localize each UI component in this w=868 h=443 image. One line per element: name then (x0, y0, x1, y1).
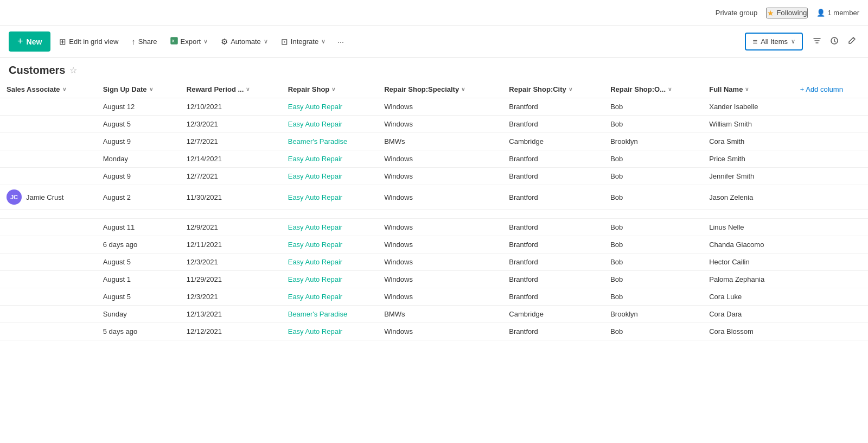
add-column-button[interactable]: + Add column (794, 81, 868, 98)
automate-label: Automate (231, 37, 261, 46)
cell-repair-shop[interactable]: Easy Auto Repair (282, 116, 378, 133)
cell-sign-up-date: Sunday (97, 306, 180, 323)
cell-repair-shop[interactable]: Easy Auto Repair (282, 254, 378, 271)
cell-repair-shop-o: Bob (604, 116, 703, 133)
table-row[interactable]: 5 days ago12/12/2021Easy Auto RepairWind… (0, 323, 868, 340)
table-row[interactable]: August 912/7/2021Beamer's ParadiseBMWsCa… (0, 133, 868, 150)
cell-reward-period (180, 210, 282, 219)
cell-reward-period: 11/29/2021 (180, 271, 282, 288)
cell-full-name: Cora Blossom (703, 323, 793, 340)
cell-repair-shop[interactable]: Easy Auto Repair (282, 219, 378, 236)
col-header-repair-shop-city[interactable]: Repair Shop:City ∨ (502, 81, 604, 98)
table-row[interactable]: August 512/3/2021Easy Auto RepairWindows… (0, 254, 868, 271)
cell-repair-shop[interactable]: Easy Auto Repair (282, 150, 378, 168)
cell-sign-up-date: August 5 (97, 254, 180, 271)
table-row[interactable]: August 111/29/2021Easy Auto RepairWindow… (0, 271, 868, 288)
export-label: Export (181, 37, 201, 46)
cell-sign-up-date: 6 days ago (97, 236, 180, 254)
clock-icon-button[interactable] (827, 33, 842, 50)
sign-up-date-sort-icon: ∨ (149, 86, 153, 92)
table-row[interactable]: August 1212/10/2021Easy Auto RepairWindo… (0, 98, 868, 116)
svg-text:X: X (172, 39, 175, 43)
cell-repair-shop[interactable]: Easy Auto Repair (282, 236, 378, 254)
cell-repair-shop-specialty: Windows (378, 236, 502, 254)
cell-sales-associate (0, 98, 97, 116)
table-row[interactable]: JCJamie CrustAugust 211/30/2021Easy Auto… (0, 185, 868, 210)
cell-repair-shop[interactable] (282, 210, 378, 219)
table-row[interactable]: August 512/3/2021Easy Auto RepairWindows… (0, 288, 868, 306)
cell-full-name: Jennifer Smith (703, 168, 793, 185)
following-label: Following (776, 9, 807, 17)
new-button[interactable]: + New (9, 31, 50, 52)
edit-grid-label: Edit in grid view (69, 37, 118, 46)
cell-repair-shop-city: Brantford (502, 236, 604, 254)
share-button[interactable]: ↑ Share (127, 34, 161, 49)
cell-repair-shop[interactable]: Beamer's Paradise (282, 306, 378, 323)
cell-add-column (794, 306, 868, 323)
cell-reward-period: 12/14/2021 (180, 150, 282, 168)
cell-sign-up-date: August 9 (97, 168, 180, 185)
customers-table: Sales Associate ∨ Sign Up Date ∨ Reward … (0, 81, 868, 340)
cell-repair-shop-specialty: Windows (378, 288, 502, 306)
cell-sales-associate (0, 254, 97, 271)
cell-repair-shop-o: Bob (604, 254, 703, 271)
grid-icon: ⊞ (59, 37, 66, 47)
cell-sign-up-date: August 5 (97, 116, 180, 133)
cell-add-column (794, 116, 868, 133)
col-header-sales-associate[interactable]: Sales Associate ∨ (0, 81, 97, 98)
plus-icon: + (17, 36, 23, 47)
edit-grid-view-button[interactable]: ⊞ Edit in grid view (55, 34, 123, 50)
cell-repair-shop-o: Bob (604, 271, 703, 288)
table-row[interactable]: August 512/3/2021Easy Auto RepairWindows… (0, 116, 868, 133)
cell-sales-associate (0, 271, 97, 288)
page-title-bar: Customers ☆ (0, 58, 868, 81)
col-header-repair-shop[interactable]: Repair Shop ∨ (282, 81, 378, 98)
star-icon: ★ (767, 9, 774, 17)
sales-associate-name: Jamie Crust (26, 193, 63, 201)
col-header-reward-period[interactable]: Reward Period ... ∨ (180, 81, 282, 98)
automate-chevron-icon: ∨ (264, 38, 268, 45)
cell-repair-shop[interactable]: Beamer's Paradise (282, 133, 378, 150)
cell-repair-shop-city: Brantford (502, 98, 604, 116)
integrate-button[interactable]: ⊡ Integrate ∨ (277, 34, 330, 50)
table-row[interactable] (0, 210, 868, 219)
table-row[interactable]: Monday12/14/2021Easy Auto RepairWindowsB… (0, 150, 868, 168)
cell-repair-shop-city: Brantford (502, 150, 604, 168)
cell-sign-up-date: 5 days ago (97, 323, 180, 340)
cell-repair-shop-specialty: Windows (378, 150, 502, 168)
more-actions-button[interactable]: ··· (334, 34, 347, 49)
following-button[interactable]: ★ Following (766, 8, 808, 18)
favorite-star-icon[interactable]: ☆ (69, 65, 77, 75)
automate-button[interactable]: ⚙ Automate ∨ (216, 34, 272, 50)
cell-add-column (794, 236, 868, 254)
cell-repair-shop[interactable]: Easy Auto Repair (282, 271, 378, 288)
cell-repair-shop-specialty: Windows (378, 98, 502, 116)
table-row[interactable]: August 912/7/2021Easy Auto RepairWindows… (0, 168, 868, 185)
cell-repair-shop[interactable]: Easy Auto Repair (282, 168, 378, 185)
cell-add-column (794, 133, 868, 150)
cell-repair-shop[interactable]: Easy Auto Repair (282, 288, 378, 306)
table-row[interactable]: 6 days ago12/11/2021Easy Auto RepairWind… (0, 236, 868, 254)
top-bar-right: Private group ★ Following 👤 1 member (716, 8, 859, 18)
table-row[interactable]: Sunday12/13/2021Beamer's ParadiseBMWsCam… (0, 306, 868, 323)
cell-repair-shop[interactable]: Easy Auto Repair (282, 98, 378, 116)
cell-repair-shop[interactable]: Easy Auto Repair (282, 185, 378, 210)
col-header-repair-shop-specialty[interactable]: Repair Shop:Specialty ∨ (378, 81, 502, 98)
cell-sales-associate (0, 210, 97, 219)
cell-repair-shop-specialty: Windows (378, 168, 502, 185)
member-info: 👤 1 member (816, 9, 859, 17)
cell-repair-shop[interactable]: Easy Auto Repair (282, 323, 378, 340)
col-header-full-name[interactable]: Full Name ∨ (703, 81, 793, 98)
cell-reward-period: 12/12/2021 (180, 323, 282, 340)
col-header-repair-shop-o[interactable]: Repair Shop:O... ∨ (604, 81, 703, 98)
all-items-button[interactable]: ≡ All Items ∨ (745, 33, 803, 50)
cell-full-name: Chanda Giacomo (703, 236, 793, 254)
export-button[interactable]: X Export ∨ (166, 34, 213, 49)
cell-repair-shop-specialty: Windows (378, 219, 502, 236)
edit-icon-button[interactable] (844, 33, 859, 50)
col-header-sign-up-date[interactable]: Sign Up Date ∨ (97, 81, 180, 98)
cell-repair-shop-o: Bob (604, 236, 703, 254)
all-items-chevron-icon: ∨ (791, 38, 795, 45)
filter-icon-button[interactable] (809, 33, 825, 50)
table-row[interactable]: August 1112/9/2021Easy Auto RepairWindow… (0, 219, 868, 236)
